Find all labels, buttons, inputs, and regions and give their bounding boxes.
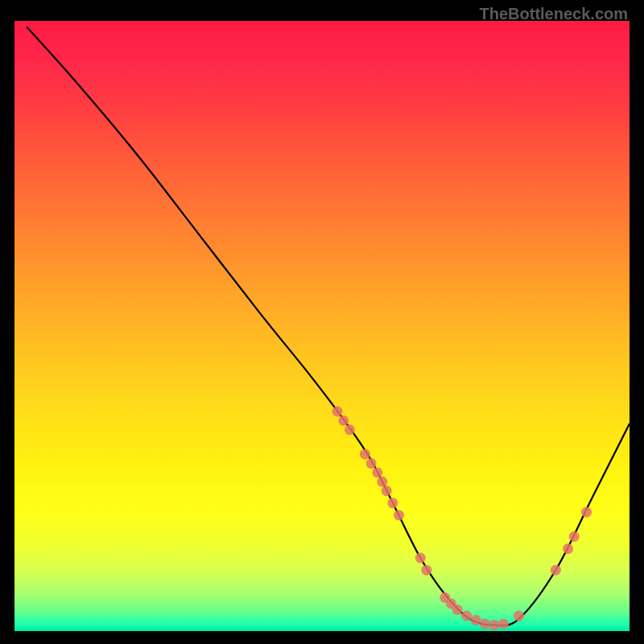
curve-layer [27, 27, 630, 625]
data-marker [480, 618, 490, 629]
data-marker [415, 553, 426, 564]
data-marker [382, 485, 392, 496]
data-marker [551, 565, 561, 576]
data-marker [471, 615, 481, 625]
data-marker [421, 565, 431, 576]
data-marker [581, 507, 592, 518]
data-marker [394, 510, 404, 520]
marker-layer [332, 407, 592, 630]
chart-svg [14, 21, 630, 631]
data-marker [332, 407, 343, 417]
data-marker [387, 497, 398, 508]
plot-area [14, 21, 630, 631]
data-marker [360, 449, 370, 460]
data-marker [452, 605, 463, 615]
data-marker [563, 543, 573, 554]
data-marker [498, 618, 509, 629]
data-marker [338, 415, 349, 426]
watermark-text: TheBottleneck.com [480, 5, 628, 23]
data-marker [461, 611, 472, 621]
data-marker [372, 467, 382, 477]
data-marker [489, 620, 499, 630]
bottleneck-curve [27, 27, 630, 625]
data-marker [377, 477, 387, 487]
data-marker [366, 458, 377, 469]
data-marker [569, 531, 580, 542]
data-marker [514, 611, 524, 621]
data-marker [345, 424, 355, 435]
